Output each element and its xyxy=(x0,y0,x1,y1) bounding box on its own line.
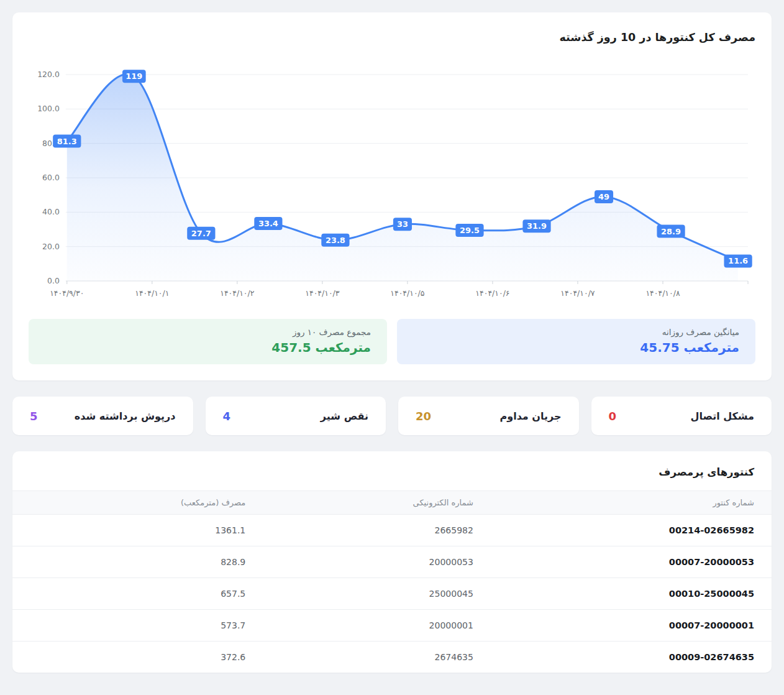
svg-text:۱۴۰۴/۱۰/۳: ۱۴۰۴/۱۰/۳ xyxy=(305,288,339,298)
table-header-row: شماره کنتور شماره الکترونیکی مصرف (مترمک… xyxy=(12,491,772,515)
svg-text:۱۴۰۴/۱۰/۲: ۱۴۰۴/۱۰/۲ xyxy=(220,288,254,298)
col-header-electronic-number: شماره الکترونیکی xyxy=(263,491,491,515)
svg-text:۱۴۰۴/۹/۳۰: ۱۴۰۴/۹/۳۰ xyxy=(50,288,84,298)
consumption-cell: 372.6 xyxy=(12,642,263,673)
stat-card-cap-removed: درپوش برداشته شده 5 xyxy=(12,397,193,435)
svg-text:11.6: 11.6 xyxy=(728,256,748,265)
stat-label: جریان مداوم xyxy=(499,410,561,422)
electronic-number-cell: 2665982 xyxy=(263,515,491,546)
svg-text:۱۴۰۴/۱۰/۱: ۱۴۰۴/۱۰/۱ xyxy=(135,288,169,298)
svg-text:20.0: 20.0 xyxy=(42,242,60,251)
electronic-number-cell: 20000001 xyxy=(263,610,491,642)
electronic-number-cell: 25000045 xyxy=(263,578,491,610)
consumption-cell: 573.7 xyxy=(12,610,263,642)
svg-text:23.8: 23.8 xyxy=(326,236,345,245)
consumption-line-chart: 0.020.040.060.080.0100.0120.0۱۴۰۴/۹/۳۰۱۴… xyxy=(29,60,755,305)
table-title: کنتورهای پرمصرف xyxy=(12,451,772,490)
svg-text:40.0: 40.0 xyxy=(42,207,60,216)
stat-card-continuous-flow: جریان مداوم 20 xyxy=(398,397,579,435)
svg-text:60.0: 60.0 xyxy=(42,173,60,182)
high-consumption-table: شماره کنتور شماره الکترونیکی مصرف (مترمک… xyxy=(12,490,772,673)
electronic-number-cell: 2674635 xyxy=(263,642,491,673)
svg-text:۱۴۰۴/۱۰/۶: ۱۴۰۴/۱۰/۶ xyxy=(475,288,509,298)
meter-number-cell: 00010-25000045 xyxy=(491,578,772,610)
stat-label: نقص شیر xyxy=(321,410,368,422)
table-row: 00214-02665982 2665982 1361.1 xyxy=(12,515,772,546)
total-10-days-label: مجموع مصرف ۱۰ روز xyxy=(45,327,371,337)
stat-label: مشکل اتصال xyxy=(691,410,755,422)
table-row: 00007-20000001 20000001 573.7 xyxy=(12,610,772,642)
daily-average-box: میانگین مصرف روزانه 45.75 مترمکعب xyxy=(397,319,755,364)
meter-number-cell: 00009-02674635 xyxy=(491,642,772,673)
svg-text:119: 119 xyxy=(125,71,142,81)
col-header-meter-number: شماره کنتور xyxy=(491,491,772,515)
consumption-cell: 657.5 xyxy=(12,578,263,610)
svg-text:49: 49 xyxy=(598,192,609,201)
svg-text:0.0: 0.0 xyxy=(47,276,60,285)
stat-value: 20 xyxy=(416,410,431,423)
stat-label: درپوش برداشته شده xyxy=(75,410,176,422)
svg-text:33.4: 33.4 xyxy=(258,219,278,228)
chart-summary-row: میانگین مصرف روزانه 45.75 مترمکعب مجموع … xyxy=(29,319,755,364)
svg-text:۱۴۰۴/۱۰/۷: ۱۴۰۴/۱۰/۷ xyxy=(560,288,595,298)
meter-number-cell: 00214-02665982 xyxy=(491,515,772,546)
svg-text:81.3: 81.3 xyxy=(57,137,77,146)
meter-number-cell: 00007-20000001 xyxy=(491,610,772,642)
consumption-cell: 828.9 xyxy=(12,546,263,578)
svg-text:33: 33 xyxy=(397,219,408,229)
svg-text:27.7: 27.7 xyxy=(191,229,211,238)
stat-card-valve-defect: نقص شیر 4 xyxy=(206,397,386,435)
svg-text:100.0: 100.0 xyxy=(37,104,60,113)
consumption-cell: 1361.1 xyxy=(12,515,263,546)
svg-text:۱۴۰۴/۱۰/۸: ۱۴۰۴/۱۰/۸ xyxy=(645,288,680,298)
stat-value: 0 xyxy=(609,410,617,423)
total-10-days-value: 457.5 مترمکعب xyxy=(45,340,371,355)
stat-value: 4 xyxy=(223,410,231,423)
svg-text:28.9: 28.9 xyxy=(661,227,681,236)
svg-text:29.5: 29.5 xyxy=(460,226,480,235)
stat-card-connection-problem: مشکل اتصال 0 xyxy=(591,397,772,435)
svg-text:۱۴۰۴/۱۰/۵: ۱۴۰۴/۱۰/۵ xyxy=(390,288,424,298)
consumption-chart-card: مصرف کل کنتورها در 10 روز گذشته 0.020.04… xyxy=(12,12,772,380)
chart-title: مصرف کل کنتورها در 10 روز گذشته xyxy=(29,31,755,44)
table-row: 00010-25000045 25000045 657.5 xyxy=(12,578,772,610)
svg-text:31.9: 31.9 xyxy=(527,221,547,231)
high-consumption-meters-card: کنتورهای پرمصرف شماره کنتور شماره الکترو… xyxy=(12,451,772,673)
col-header-consumption: مصرف (مترمکعب) xyxy=(12,491,263,515)
table-row: 00007-20000053 20000053 828.9 xyxy=(12,546,772,578)
daily-average-label: میانگین مصرف روزانه xyxy=(413,327,739,337)
total-10-days-box: مجموع مصرف ۱۰ روز 457.5 مترمکعب xyxy=(29,319,387,364)
table-row: 00009-02674635 2674635 372.6 xyxy=(12,642,772,673)
svg-text:120.0: 120.0 xyxy=(37,70,60,79)
daily-average-value: 45.75 مترمکعب xyxy=(413,340,739,355)
alarm-stats-row: مشکل اتصال 0 جریان مداوم 20 نقص شیر 4 در… xyxy=(12,397,772,435)
electronic-number-cell: 20000053 xyxy=(263,546,491,578)
chart-svg: 0.020.040.060.080.0100.0120.0۱۴۰۴/۹/۳۰۱۴… xyxy=(29,60,755,305)
stat-value: 5 xyxy=(30,410,38,423)
meter-number-cell: 00007-20000053 xyxy=(491,546,772,578)
